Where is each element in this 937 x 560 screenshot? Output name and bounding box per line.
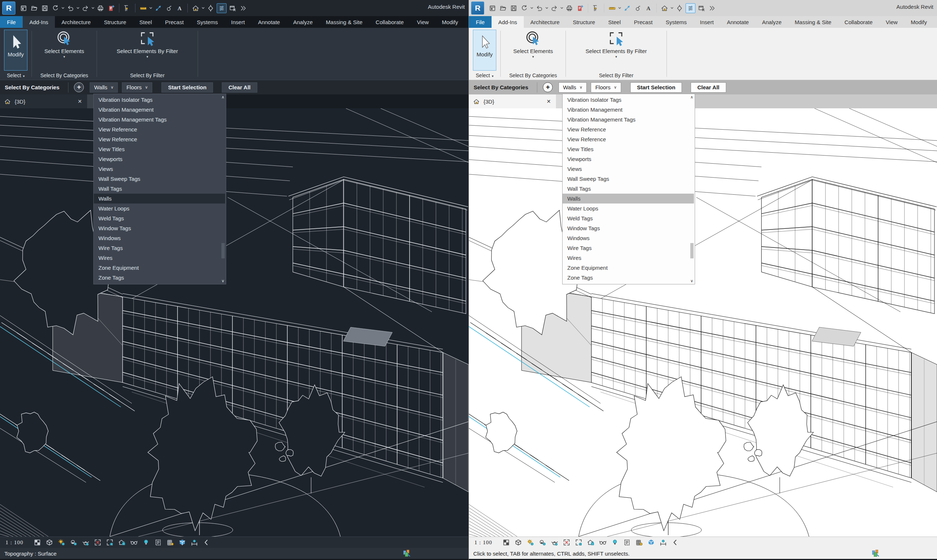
thin-lines-icon[interactable] <box>686 3 695 13</box>
add-category-button[interactable]: + <box>543 82 553 92</box>
print-icon[interactable] <box>96 4 105 13</box>
dropdown-item-wires[interactable]: Wires <box>563 253 694 263</box>
tag-by-category-icon[interactable] <box>164 4 174 13</box>
tag-by-category-icon[interactable] <box>633 4 642 13</box>
dropdown-item-view-reference[interactable]: View Reference <box>563 125 694 134</box>
tab-view[interactable]: View <box>410 16 435 28</box>
sync-with-central-icon[interactable] <box>520 4 529 13</box>
tab-steel[interactable]: Steel <box>133 16 158 28</box>
close-inactive-views-icon[interactable] <box>228 4 237 13</box>
select-panel-label[interactable]: Select▾ <box>469 72 500 78</box>
dropdown-item-wall-sweep-tags[interactable]: Wall Sweep Tags <box>94 174 225 184</box>
displacement-set-icon[interactable] <box>648 539 655 546</box>
collapse-bar-icon[interactable] <box>203 539 210 546</box>
dimension-icon[interactable] <box>608 4 617 13</box>
dropdown-item-wires[interactable]: Wires <box>94 253 225 263</box>
temporary-hide-isolate-icon[interactable] <box>130 539 138 546</box>
clear-all-button[interactable]: Clear All <box>222 82 257 92</box>
sync-with-central-icon[interactable] <box>51 4 60 13</box>
dropdown-item-walls[interactable]: Walls <box>563 194 694 203</box>
view-scale[interactable]: 1 : 100 <box>0 540 34 546</box>
tab-view[interactable]: View <box>879 16 904 28</box>
visual-style-icon[interactable] <box>46 539 53 546</box>
dimension-dropdown-caret[interactable] <box>149 7 152 9</box>
undo-icon[interactable] <box>535 4 544 13</box>
displacement-set-icon[interactable] <box>178 539 186 546</box>
revit-logo-button[interactable]: R <box>471 2 484 15</box>
tab-file[interactable]: File <box>469 16 492 28</box>
dropdown-item-wall-tags[interactable]: Wall Tags <box>94 184 225 194</box>
dropdown-item-window-tags[interactable]: Window Tags <box>94 223 225 233</box>
analytical-model-icon[interactable] <box>166 539 174 546</box>
dropdown-item-view-reference[interactable]: View Reference <box>563 134 694 144</box>
rendering-dialog-icon[interactable] <box>551 539 558 546</box>
tab-annotate[interactable]: Annotate <box>251 16 286 28</box>
close-view-icon[interactable]: ✕ <box>78 98 82 104</box>
show-crop-region-icon[interactable] <box>575 539 582 546</box>
dropdown-item-view-reference[interactable]: View Reference <box>94 125 225 134</box>
redo-dropdown-caret[interactable] <box>91 7 94 9</box>
category-select-walls[interactable]: Walls∨ <box>559 82 587 92</box>
sun-path-icon[interactable] <box>527 539 534 546</box>
scroll-thumb[interactable] <box>690 243 694 258</box>
dropdown-item-view-titles[interactable]: View Titles <box>94 144 225 154</box>
scroll-down-icon[interactable]: ∨ <box>690 278 693 283</box>
tab-architecture[interactable]: Architecture <box>524 16 566 28</box>
scroll-up-icon[interactable]: ∧ <box>690 95 693 100</box>
tab-insert[interactable]: Insert <box>693 16 720 28</box>
redo-icon[interactable] <box>81 4 90 13</box>
view-tab-3d[interactable]: {3D} ✕ <box>0 94 87 108</box>
home-dropdown-caret[interactable] <box>671 7 674 9</box>
aligned-dimension-icon[interactable] <box>154 4 163 13</box>
tab-structure[interactable]: Structure <box>566 16 602 28</box>
home-dropdown-caret[interactable] <box>202 7 205 9</box>
reveal-constraints-icon[interactable] <box>191 539 198 546</box>
aligned-dimension-icon[interactable] <box>623 4 632 13</box>
tab-structure[interactable]: Structure <box>97 16 133 28</box>
dimension-icon[interactable] <box>139 4 148 13</box>
dropdown-item-vibration-isolator-tags[interactable]: Vibration Isolator Tags <box>563 95 694 105</box>
dropdown-scrollbar[interactable]: ∧ ∨ <box>688 94 695 284</box>
shadows-icon[interactable] <box>70 539 77 546</box>
visual-style-icon[interactable] <box>515 539 522 546</box>
customize-qat-icon[interactable] <box>238 4 248 13</box>
temporary-hide-isolate-icon[interactable] <box>599 539 606 546</box>
save-icon[interactable] <box>40 4 49 13</box>
export-icon[interactable] <box>575 4 585 13</box>
undo-icon[interactable] <box>66 4 75 13</box>
reveal-hidden-elements-icon[interactable] <box>611 539 619 546</box>
dropdown-item-views[interactable]: Views <box>563 164 694 174</box>
sync-dropdown-caret[interactable] <box>530 7 533 9</box>
view-scale[interactable]: 1 : 100 <box>469 540 503 546</box>
modify-button[interactable]: Modify <box>473 30 496 71</box>
section-icon[interactable] <box>206 4 215 13</box>
dropdown-item-vibration-management-tags[interactable]: Vibration Management Tags <box>563 115 694 125</box>
open-icon[interactable] <box>30 4 39 13</box>
shadows-icon[interactable] <box>539 539 546 546</box>
category-select-walls[interactable]: Walls∨ <box>90 82 118 92</box>
tab-steel[interactable]: Steel <box>602 16 627 28</box>
section-icon[interactable] <box>675 4 684 13</box>
reveal-constraints-icon[interactable] <box>660 539 667 546</box>
start-selection-button[interactable]: Start Selection <box>162 82 213 92</box>
undo-dropdown-caret[interactable] <box>77 7 79 9</box>
tab-architecture[interactable]: Architecture <box>55 16 97 28</box>
category-select-floors[interactable]: Floors∨ <box>122 82 152 92</box>
dropdown-item-vibration-management-tags[interactable]: Vibration Management Tags <box>94 115 225 125</box>
dropdown-item-wall-sweep-tags[interactable]: Wall Sweep Tags <box>563 174 694 184</box>
project-properties-icon[interactable] <box>19 4 28 13</box>
print-icon[interactable] <box>565 4 574 13</box>
worksets-icon[interactable] <box>403 549 411 557</box>
tab-precast[interactable]: Precast <box>158 16 190 28</box>
sun-path-icon[interactable] <box>58 539 65 546</box>
tab-insert[interactable]: Insert <box>225 16 251 28</box>
drawing-area[interactable] <box>469 108 937 537</box>
tab-collaborate[interactable]: Collaborate <box>369 16 410 28</box>
scroll-down-icon[interactable]: ∨ <box>222 278 225 283</box>
temporary-view-properties-icon[interactable] <box>154 539 162 546</box>
sync-dropdown-caret[interactable] <box>62 7 65 9</box>
modify-button[interactable]: Modify <box>4 30 28 71</box>
scroll-up-icon[interactable]: ∧ <box>222 95 225 100</box>
dropdown-item-windows[interactable]: Windows <box>563 233 694 243</box>
drawing-area[interactable] <box>0 108 469 537</box>
